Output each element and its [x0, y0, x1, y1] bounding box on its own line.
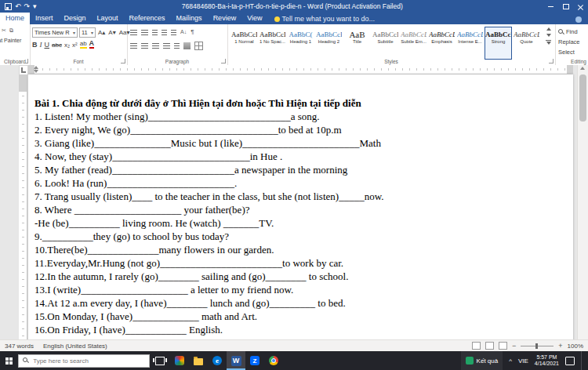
- style-heading1[interactable]: AaBbC(Heading 1: [287, 27, 314, 60]
- strikethrough-button[interactable]: abc: [52, 42, 62, 49]
- word-count[interactable]: 347 words: [5, 343, 34, 350]
- indent-marker-bottom-icon[interactable]: [34, 70, 38, 73]
- text-highlight-button[interactable]: ab: [80, 40, 87, 49]
- tell-me-box[interactable]: Tell me what you want to do...: [274, 15, 376, 24]
- font-color-button[interactable]: A: [89, 40, 95, 49]
- indent-marker-top-icon[interactable]: [34, 66, 38, 69]
- borders-icon[interactable]: [194, 42, 203, 50]
- tray-expand-icon[interactable]: ^: [509, 357, 512, 365]
- gallery-scroll-down-icon[interactable]: [546, 34, 551, 37]
- edge-browser-button[interactable]: e: [208, 351, 227, 370]
- decrease-indent-icon[interactable]: [162, 30, 167, 35]
- align-right-icon[interactable]: [152, 43, 159, 49]
- horizontal-ruler[interactable]: [28, 65, 573, 74]
- photos-app-button[interactable]: [170, 351, 189, 370]
- underline-button[interactable]: U: [45, 41, 50, 49]
- vertical-ruler[interactable]: [19, 74, 27, 339]
- language-status[interactable]: English (United States): [43, 343, 107, 350]
- style-emphasis[interactable]: AaBbCcD.Emphasis: [428, 27, 456, 60]
- format-painter-button[interactable]: Format Painter: [0, 37, 21, 43]
- tab-view[interactable]: View: [241, 13, 267, 24]
- copy-icon[interactable]: ⧉: [9, 27, 13, 34]
- close-button[interactable]: [573, 0, 588, 13]
- bold-button[interactable]: B: [32, 41, 38, 49]
- font-dialog-launcher-icon[interactable]: [121, 59, 125, 63]
- justify-icon[interactable]: [163, 43, 170, 49]
- redo-icon[interactable]: ↷: [24, 2, 31, 10]
- undo-icon[interactable]: ↶: [15, 2, 21, 10]
- tab-layout[interactable]: Layout: [92, 13, 124, 24]
- style-strong[interactable]: AaBbCcDStrong: [485, 27, 512, 60]
- subscript-button[interactable]: x₂: [64, 42, 70, 49]
- zoom-in-icon[interactable]: +: [558, 343, 562, 349]
- zoom-slider[interactable]: [521, 346, 554, 346]
- zoom-level[interactable]: 100%: [568, 343, 583, 350]
- account-area[interactable]: [575, 16, 588, 24]
- show-paragraph-marks-icon[interactable]: ¶: [191, 29, 194, 35]
- font-name-combo[interactable]: Times New R ▾: [32, 27, 78, 38]
- style-subtle-emphasis[interactable]: AaBbCcD.Subtle Em...: [400, 27, 427, 60]
- tab-insert[interactable]: Insert: [30, 13, 59, 24]
- superscript-button[interactable]: x²: [72, 42, 78, 49]
- style-subtitle[interactable]: AaBbCcDSubtitle: [372, 27, 399, 60]
- ket-qua-window-button[interactable]: Kết quả: [461, 351, 503, 370]
- styles-dialog-launcher-icon[interactable]: [549, 59, 554, 63]
- increase-indent-icon[interactable]: [171, 30, 176, 35]
- scrollbar-thumb[interactable]: [579, 74, 586, 122]
- tab-mailings[interactable]: Mailings: [171, 13, 208, 24]
- line-spacing-icon[interactable]: [174, 43, 180, 49]
- document-page[interactable]: Bài 1. Chia động từ dưới đây ở Thì Hiện …: [28, 74, 573, 339]
- shrink-font-button[interactable]: A▾: [107, 28, 116, 37]
- search-input[interactable]: [31, 357, 145, 365]
- chrome-browser-button[interactable]: [264, 351, 283, 370]
- font-size-combo[interactable]: 11 ▾: [79, 27, 96, 38]
- style-no-spacing[interactable]: AaBbCcD1 No Spac...: [259, 27, 286, 60]
- print-layout-icon[interactable]: [485, 342, 494, 350]
- web-layout-icon[interactable]: [499, 342, 507, 350]
- grow-font-button[interactable]: A▴: [97, 28, 106, 37]
- tab-home[interactable]: Home: [0, 13, 30, 24]
- tab-review[interactable]: Review: [208, 13, 242, 24]
- gallery-more-icon[interactable]: [546, 40, 551, 45]
- restore-button[interactable]: [558, 0, 573, 13]
- numbering-icon[interactable]: [141, 30, 148, 35]
- language-indicator[interactable]: VIE: [518, 357, 528, 365]
- notification-center-icon[interactable]: [565, 357, 575, 365]
- style-intense-emphasis[interactable]: AaBbCcD.Intense E...: [456, 27, 484, 60]
- cut-icon[interactable]: ✂: [2, 27, 6, 34]
- clipboard-dialog-launcher-icon[interactable]: [24, 59, 28, 63]
- replace-button[interactable]: Replace: [558, 38, 580, 45]
- style-normal[interactable]: AaBbCcD1 Normal: [230, 27, 258, 60]
- show-desktop-button[interactable]: [581, 351, 585, 370]
- select-button[interactable]: Select: [558, 49, 575, 56]
- zalo-app-button[interactable]: Z: [245, 351, 264, 370]
- gallery-scroll-up-icon[interactable]: [546, 27, 551, 31]
- taskbar-search[interactable]: [18, 354, 150, 368]
- taskbar-clock[interactable]: 5:57 PM 4/14/2021: [535, 354, 559, 367]
- style-title[interactable]: AaBTitle: [343, 27, 371, 60]
- bullets-icon[interactable]: [130, 30, 137, 35]
- zoom-slider-thumb[interactable]: [535, 343, 538, 349]
- minimize-button[interactable]: [543, 0, 558, 13]
- read-mode-icon[interactable]: [472, 342, 481, 350]
- sort-icon[interactable]: A↓: [180, 29, 187, 35]
- qat-dropdown-icon[interactable]: ▾: [33, 2, 37, 10]
- align-center-icon[interactable]: [141, 43, 148, 49]
- shading-icon[interactable]: [183, 42, 191, 49]
- word-app-button[interactable]: W: [227, 351, 245, 370]
- style-quote[interactable]: AaBbCcD.Quote: [513, 27, 540, 60]
- scroll-up-icon[interactable]: [580, 67, 585, 70]
- paragraph-dialog-launcher-icon[interactable]: [221, 59, 226, 63]
- style-heading2[interactable]: AaBbCcEHeading 2: [315, 27, 343, 60]
- tab-references[interactable]: References: [124, 13, 171, 24]
- find-button[interactable]: Find: [558, 28, 578, 35]
- save-icon[interactable]: [5, 3, 12, 10]
- start-button[interactable]: [0, 351, 18, 370]
- task-view-button[interactable]: [150, 351, 170, 370]
- file-explorer-button[interactable]: [189, 351, 208, 370]
- vertical-scrollbar[interactable]: [577, 65, 588, 339]
- zoom-out-icon[interactable]: −: [512, 343, 516, 349]
- italic-button[interactable]: I: [40, 41, 42, 49]
- align-left-icon[interactable]: [130, 43, 137, 49]
- tab-design[interactable]: Design: [59, 13, 92, 24]
